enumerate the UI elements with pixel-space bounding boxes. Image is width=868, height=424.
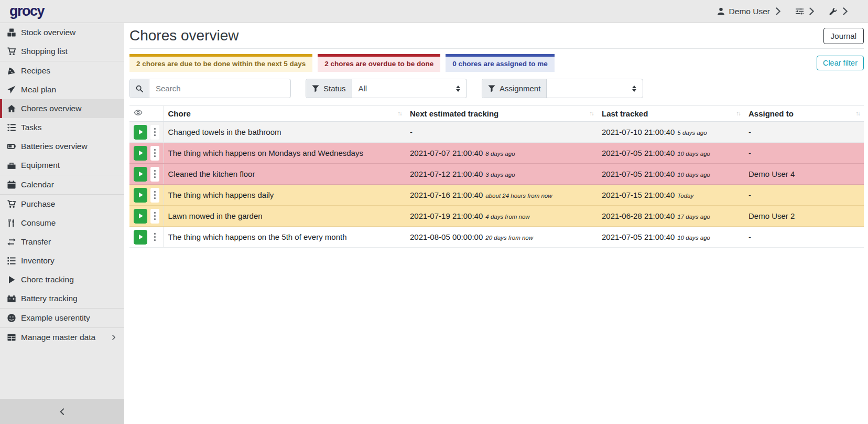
next-tracking-relative: 4 days from now xyxy=(485,214,529,220)
column-header-assigned-to[interactable]: Assigned to↑↓ xyxy=(744,106,864,122)
chores-table: Chore↑↓Next estimated tracking↑↓Last tra… xyxy=(129,105,864,248)
assignment-filter-select[interactable] xyxy=(547,79,643,98)
sidebar-item-label: Consume xyxy=(21,218,56,228)
track-execution-button[interactable] xyxy=(134,146,147,161)
last-tracked-cell: 2021-07-15 21:00:40Today xyxy=(598,185,744,206)
exchange-icon xyxy=(7,238,16,246)
play-icon xyxy=(138,192,144,198)
column-header-label: Chore xyxy=(168,109,191,118)
next-tracking-cell: - xyxy=(406,122,598,143)
next-tracking-cell: 2021-07-16 21:00:40about 24 hours from n… xyxy=(406,185,598,206)
sidebar-collapse-button[interactable] xyxy=(0,399,124,424)
sort-arrows-icon[interactable]: ↑↓ xyxy=(590,110,594,116)
sidebar-item-consume[interactable]: Consume xyxy=(0,214,124,232)
home-icon xyxy=(7,104,16,113)
sidebar-item-chores-overview[interactable]: Chores overview xyxy=(0,99,124,118)
sidebar-item-shopping-list[interactable]: Shopping list xyxy=(0,42,124,61)
status-filter-addon: Status xyxy=(306,79,352,98)
sidebar-item-label: Purchase xyxy=(21,199,55,209)
settings-menu[interactable] xyxy=(796,7,816,15)
row-context-menu-button[interactable] xyxy=(150,167,159,182)
last-tracked-datetime: 2021-07-10 21:00:40 xyxy=(602,128,675,136)
assigned-to-cell: - xyxy=(744,227,864,248)
sidebar-item-label: Chore tracking xyxy=(21,275,74,284)
utensils-icon xyxy=(7,219,16,227)
chore-row: Cleaned the kitchen floor2021-07-12 21:0… xyxy=(129,164,864,185)
admin-menu[interactable] xyxy=(829,7,849,15)
assigned-to-cell: Demo User 4 xyxy=(744,164,864,185)
sidebar-item-transfer[interactable]: Transfer xyxy=(0,232,124,251)
toolbox-icon xyxy=(7,161,16,169)
journal-button[interactable]: Journal xyxy=(823,28,864,44)
grocy-logo[interactable]: grocy xyxy=(9,3,44,19)
row-controls-cell xyxy=(129,206,164,227)
column-header-last-tracked[interactable]: Last tracked↑↓ xyxy=(598,106,744,122)
track-execution-button[interactable] xyxy=(134,209,147,224)
calendar-icon xyxy=(7,181,16,189)
sidebar-item-purchase[interactable]: Purchase xyxy=(0,195,124,214)
track-execution-button[interactable] xyxy=(134,230,147,245)
sidebar-item-tasks[interactable]: Tasks xyxy=(0,118,124,137)
sidebar-item-label: Stock overview xyxy=(21,28,75,37)
navbar-menus: Demo User xyxy=(717,7,849,16)
last-tracked-datetime: 2021-07-05 21:00:40 xyxy=(602,232,675,241)
sidebar-item-manage-master-data[interactable]: Manage master data xyxy=(0,328,124,347)
wrench-icon xyxy=(829,7,837,15)
inventory-list-icon xyxy=(7,257,16,265)
chore-row: Lawn mowed in the garden2021-07-19 21:00… xyxy=(129,206,864,227)
admin-menu-chevron-icon xyxy=(841,7,849,15)
status-filter-select[interactable]: All xyxy=(352,79,466,98)
next-tracking-datetime: - xyxy=(410,128,413,136)
user-menu-label: Demo User xyxy=(729,7,770,16)
sidebar-item-inventory[interactable]: Inventory xyxy=(0,251,124,270)
next-tracking-cell: 2021-07-12 21:00:403 days ago xyxy=(406,164,598,185)
track-execution-button[interactable] xyxy=(134,188,147,203)
search-input[interactable] xyxy=(149,79,290,98)
sidebar-item-recipes[interactable]: Recipes xyxy=(0,61,124,80)
row-context-menu-button[interactable] xyxy=(150,230,159,245)
sidebar-item-label: Meal plan xyxy=(21,85,56,94)
sort-arrows-icon[interactable]: ↑↓ xyxy=(736,110,741,116)
assignment-funnel-icon xyxy=(488,85,495,92)
row-context-menu-button[interactable] xyxy=(150,209,159,224)
status-filter-group: Status All xyxy=(306,79,467,98)
sidebar-item-stock-overview[interactable]: Stock overview xyxy=(0,23,124,42)
submenu-chevron-icon xyxy=(110,335,118,340)
column-header-next-estimated-tracking[interactable]: Next estimated tracking↑↓ xyxy=(406,106,598,122)
status-banner-danger[interactable]: 2 chores are overdue to be done xyxy=(318,54,440,72)
row-context-menu-button[interactable] xyxy=(150,125,159,140)
sidebar-item-calendar[interactable]: Calendar xyxy=(0,175,124,194)
tasks-icon xyxy=(7,123,16,132)
sidebar-item-battery-tracking[interactable]: Battery tracking xyxy=(0,289,124,308)
chores-table-wrap: Chore↑↓Next estimated tracking↑↓Last tra… xyxy=(129,105,864,248)
sidebar-item-equipment[interactable]: Equipment xyxy=(0,156,124,175)
sidebar-item-batteries-overview[interactable]: Batteries overview xyxy=(0,137,124,156)
sidebar-item-label: Calendar xyxy=(21,180,54,189)
row-context-menu-button[interactable] xyxy=(150,188,159,203)
title-row: Chores overview Journal xyxy=(129,26,864,44)
clear-filter-button[interactable]: Clear filter xyxy=(817,56,864,70)
status-banner-info[interactable]: 0 chores are assigned to me xyxy=(446,54,555,72)
filter-row: Status All Assignment xyxy=(129,79,864,98)
boxes-icon xyxy=(7,28,16,37)
last-tracked-relative: 5 days ago xyxy=(677,130,707,136)
sliders-icon xyxy=(796,7,804,15)
sort-arrows-icon[interactable]: ↑↓ xyxy=(856,110,860,116)
status-funnel-icon xyxy=(312,85,319,92)
sidebar-item-meal-plan[interactable]: Meal plan xyxy=(0,80,124,99)
sidebar-item-chore-tracking[interactable]: Chore tracking xyxy=(0,270,124,289)
status-banner-warning[interactable]: 2 chores are due to be done within the n… xyxy=(129,54,312,72)
row-controls-cell xyxy=(129,185,164,206)
track-execution-button[interactable] xyxy=(134,125,147,140)
play-icon xyxy=(138,150,144,156)
track-execution-button[interactable] xyxy=(134,167,147,182)
column-header-chore[interactable]: Chore↑↓ xyxy=(164,106,406,122)
sort-arrows-icon[interactable]: ↑↓ xyxy=(398,110,402,116)
sidebar-item-example-userentity[interactable]: Example userentity xyxy=(0,309,124,327)
row-controls-cell xyxy=(129,227,164,248)
next-tracking-relative: 8 days ago xyxy=(485,151,515,157)
last-tracked-cell: 2021-07-05 21:00:4010 days ago xyxy=(598,227,744,248)
assigned-to-cell: - xyxy=(744,143,864,164)
user-menu[interactable]: Demo User xyxy=(717,7,782,16)
row-context-menu-button[interactable] xyxy=(150,146,159,161)
